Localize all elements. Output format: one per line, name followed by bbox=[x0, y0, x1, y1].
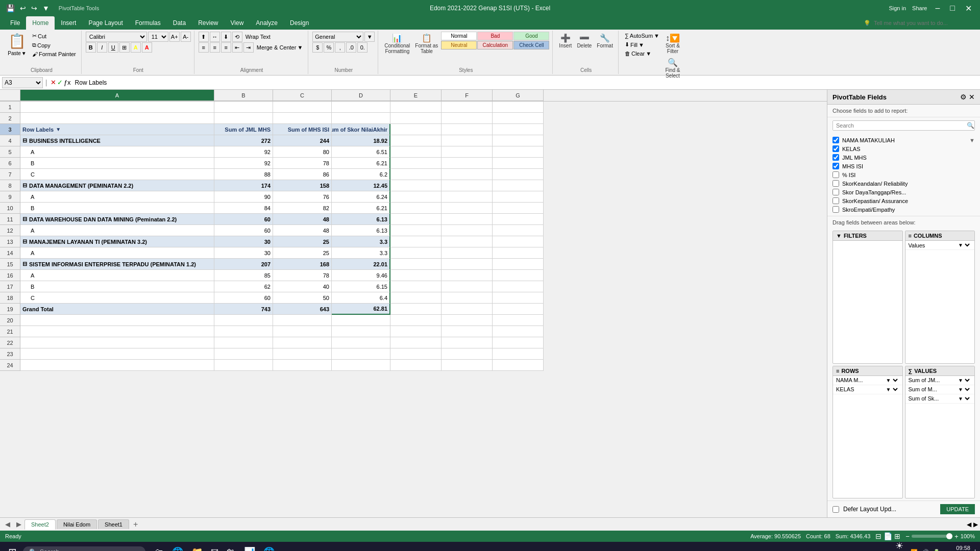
cell-c2[interactable] bbox=[273, 113, 332, 124]
cell-c16[interactable]: 78 bbox=[273, 270, 332, 281]
pivot-rows-kelas-dropdown[interactable]: ▼ bbox=[884, 386, 899, 393]
taskbar-clock[interactable]: 09:58 16-Sep-23 bbox=[944, 544, 970, 551]
bold-button[interactable]: B bbox=[86, 42, 96, 53]
cell-g17[interactable] bbox=[493, 281, 544, 292]
cell-a23[interactable] bbox=[20, 348, 214, 360]
cell-g24[interactable] bbox=[493, 360, 544, 371]
row-header-9[interactable]: 9 bbox=[0, 191, 20, 203]
sheet-scroll-left-button[interactable]: ◀ bbox=[967, 521, 971, 528]
cell-f1[interactable] bbox=[442, 102, 493, 113]
row-header-4[interactable]: 4 bbox=[0, 135, 20, 146]
cell-b13[interactable]: 30 bbox=[214, 236, 273, 247]
cell-a9[interactable]: A bbox=[20, 191, 214, 203]
row-header-18[interactable]: 18 bbox=[0, 292, 20, 304]
cell-e15[interactable] bbox=[390, 259, 442, 270]
cell-g15[interactable] bbox=[493, 259, 544, 270]
tab-home[interactable]: Home bbox=[26, 16, 55, 30]
cell-e4[interactable] bbox=[390, 135, 442, 146]
cell-g13[interactable] bbox=[493, 236, 544, 247]
close-button[interactable]: ✕ bbox=[961, 2, 976, 15]
taskbar-store-button[interactable]: 🛍 bbox=[224, 544, 239, 551]
row-header-22[interactable]: 22 bbox=[0, 337, 20, 348]
row-header-19[interactable]: 19 bbox=[0, 304, 20, 315]
cell-a24[interactable] bbox=[20, 360, 214, 371]
cell-e3[interactable] bbox=[390, 124, 442, 135]
row-header-6[interactable]: 6 bbox=[0, 158, 20, 169]
row-header-17[interactable]: 17 bbox=[0, 281, 20, 292]
cell-f16[interactable] bbox=[442, 270, 493, 281]
cell-a10[interactable]: B bbox=[20, 203, 214, 214]
cell-a13[interactable]: ⊟MANAJEMEN LAYANAN TI (PEMINATAN 3.2) bbox=[20, 236, 214, 247]
cell-a7[interactable]: C bbox=[20, 169, 214, 180]
cell-d14[interactable]: 3.3 bbox=[332, 247, 390, 259]
cell-f18[interactable] bbox=[442, 292, 493, 304]
number-format-select[interactable]: General bbox=[312, 32, 363, 42]
normal-view-button[interactable]: ⊟ bbox=[875, 532, 881, 540]
number-format-more-button[interactable]: ▼ bbox=[364, 32, 375, 42]
row-header-5[interactable]: 5 bbox=[0, 146, 20, 158]
cancel-formula-button[interactable]: ✕ bbox=[51, 79, 56, 86]
tab-design[interactable]: Design bbox=[284, 16, 315, 30]
cell-e1[interactable] bbox=[390, 102, 442, 113]
fill-color-button[interactable]: A bbox=[131, 42, 141, 53]
cell-g11[interactable] bbox=[493, 214, 544, 225]
col-header-e[interactable]: E bbox=[390, 90, 442, 101]
cell-c9[interactable]: 76 bbox=[273, 191, 332, 203]
wrap-text-button[interactable]: Wrap Text bbox=[243, 33, 273, 41]
cell-a2[interactable] bbox=[20, 113, 214, 124]
cell-b20[interactable] bbox=[214, 315, 273, 326]
cell-e12[interactable] bbox=[390, 225, 442, 236]
cell-c13[interactable]: 25 bbox=[273, 236, 332, 247]
cell-d18[interactable]: 6.4 bbox=[332, 292, 390, 304]
percent-button[interactable]: % bbox=[324, 42, 334, 53]
minimize-button[interactable]: – bbox=[931, 2, 944, 15]
collapse-dw-icon[interactable]: ⊟ bbox=[22, 216, 27, 222]
cell-c6[interactable]: 78 bbox=[273, 158, 332, 169]
cell-f19[interactable] bbox=[442, 304, 493, 315]
cell-b22[interactable] bbox=[214, 337, 273, 348]
align-top-button[interactable]: ⬆ bbox=[199, 32, 209, 42]
row-header-13[interactable]: 13 bbox=[0, 236, 20, 247]
cell-e20[interactable] bbox=[390, 315, 442, 326]
align-left-button[interactable]: ≡ bbox=[199, 42, 209, 53]
cell-f24[interactable] bbox=[442, 360, 493, 371]
find-select-button[interactable]: 🔍 Find &Select bbox=[663, 56, 683, 80]
pivot-field-filter-icon[interactable]: ▼ bbox=[969, 137, 975, 143]
row-header-1[interactable]: 1 bbox=[0, 102, 20, 113]
row-header-23[interactable]: 23 bbox=[0, 348, 20, 360]
row-header-12[interactable]: 12 bbox=[0, 225, 20, 236]
paste-dropdown-icon[interactable]: ▼ bbox=[21, 51, 27, 56]
cell-c14[interactable]: 25 bbox=[273, 247, 332, 259]
cell-a4[interactable]: ⊟BUSINESS INTELLIGENCE bbox=[20, 135, 214, 146]
cell-e17[interactable] bbox=[390, 281, 442, 292]
tab-analyze[interactable]: Analyze bbox=[250, 16, 284, 30]
cell-f9[interactable] bbox=[442, 191, 493, 203]
cell-a6[interactable]: B bbox=[20, 158, 214, 169]
cell-f10[interactable] bbox=[442, 203, 493, 214]
cell-b19[interactable]: 743 bbox=[214, 304, 273, 315]
cell-f17[interactable] bbox=[442, 281, 493, 292]
cell-e18[interactable] bbox=[390, 292, 442, 304]
insert-button[interactable]: ➕ Insert bbox=[557, 32, 574, 50]
cell-a17[interactable]: B bbox=[20, 281, 214, 292]
row-header-11[interactable]: 11 bbox=[0, 214, 20, 225]
style-good[interactable]: Good bbox=[513, 32, 549, 40]
cell-c8[interactable]: 158 bbox=[273, 180, 332, 191]
align-center-button[interactable]: ≡ bbox=[210, 42, 220, 53]
cell-a11[interactable]: ⊟DATA WAREHOUSE DAN DATA MINING (Peminat… bbox=[20, 214, 214, 225]
cell-a19[interactable]: Grand Total bbox=[20, 304, 214, 315]
taskbar-search-input[interactable] bbox=[40, 548, 132, 551]
conditional-formatting-button[interactable]: 📊 ConditionalFormatting bbox=[382, 32, 412, 56]
cell-g10[interactable] bbox=[493, 203, 544, 214]
cell-b17[interactable]: 62 bbox=[214, 281, 273, 292]
cell-a5[interactable]: A bbox=[20, 146, 214, 158]
cell-g19[interactable] bbox=[493, 304, 544, 315]
cell-d19[interactable]: 62.81 bbox=[332, 304, 390, 315]
taskbar-files-button[interactable]: 📁 bbox=[188, 544, 206, 551]
row-header-7[interactable]: 7 bbox=[0, 169, 20, 180]
pivot-values-m-dropdown[interactable]: ▼ bbox=[956, 386, 971, 393]
pivot-field-skor-dayatanggap-checkbox[interactable] bbox=[832, 189, 839, 195]
cell-f11[interactable] bbox=[442, 214, 493, 225]
cell-f3[interactable] bbox=[442, 124, 493, 135]
cell-a14[interactable]: A bbox=[20, 247, 214, 259]
